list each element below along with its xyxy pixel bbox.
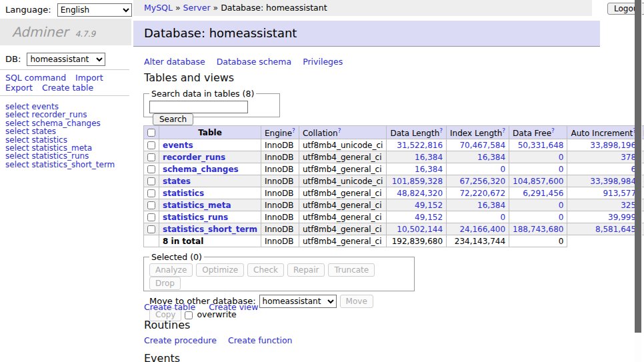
engine-cell: InnoDB <box>261 151 299 163</box>
column-help-link[interactable]: ? <box>551 127 555 134</box>
table-name-link[interactable]: statistics <box>163 189 204 198</box>
move-button[interactable]: Move <box>340 295 373 308</box>
row-checkbox-cell <box>144 163 159 175</box>
selected-actions: AnalyzeOptimizeCheckRepairTruncateDrop <box>149 263 409 290</box>
index-length-cell: 67,256,320 <box>447 175 509 187</box>
table-total-row: 8 in totalInnoDButf8mb4_general_ci192,83… <box>144 235 644 247</box>
scrollbar-thumb[interactable] <box>635 0 641 333</box>
total-engine-cell: InnoDB <box>261 235 299 247</box>
table-row: statesInnoDButf8mb4_unicode_ci101,859,32… <box>144 175 644 187</box>
row-checkbox-cell <box>144 139 159 151</box>
table-name-link[interactable]: events <box>163 141 193 150</box>
sidebar-table-link[interactable]: select statistics_runs <box>5 152 115 160</box>
language-select[interactable]: English <box>57 3 132 17</box>
page-title: Database: homeassistant <box>133 21 600 47</box>
table-row: recorder_runsInnoDButf8mb4_general_ci16,… <box>144 151 644 163</box>
breadcrumb-server-link[interactable]: Server <box>183 3 211 13</box>
table-name-cell: recorder_runs <box>159 151 261 163</box>
search-button[interactable]: Search <box>153 113 193 125</box>
engine-cell: InnoDB <box>261 175 299 187</box>
table-name-cell: statistics_meta <box>159 199 261 211</box>
collation-cell: utf8mb4_general_ci <box>299 223 387 235</box>
table-row: statisticsInnoDButf8mb4_general_ci48,824… <box>144 187 644 199</box>
routines-heading: Routines <box>144 319 190 331</box>
repair-button[interactable]: Repair <box>287 263 325 277</box>
sidebar-table-link[interactable]: select states <box>5 127 115 135</box>
breadcrumb-separator: » <box>213 3 219 13</box>
table-name-link[interactable]: recorder_runs <box>163 153 225 162</box>
sidebar-table-link[interactable]: select recorder_runs <box>5 111 115 119</box>
column-header-engine: Engine? <box>261 126 299 139</box>
column-header-data-free: Data Free? <box>509 126 567 139</box>
create-function-link[interactable]: Create function <box>228 335 293 345</box>
auto-increment-cell: 378 <box>567 151 640 163</box>
table-name-link[interactable]: statistics_short_term <box>163 225 257 234</box>
db-select[interactable]: homeassistant <box>27 53 105 66</box>
privileges-link[interactable]: Privileges <box>303 57 343 67</box>
column-header-label: Auto Increment <box>571 129 633 138</box>
data-free-cell: 188,743,680 <box>509 223 567 235</box>
analyze-button[interactable]: Analyze <box>149 263 193 277</box>
breadcrumb-mysql-link[interactable]: MySQL <box>144 3 173 13</box>
optimize-button[interactable]: Optimize <box>196 263 244 277</box>
row-checkbox[interactable] <box>147 189 155 197</box>
table-name-link[interactable]: states <box>163 177 191 186</box>
sidebar-table-link[interactable]: select statistics_short_term <box>5 161 115 169</box>
select-all-checkbox[interactable] <box>147 129 155 137</box>
table-name-link[interactable]: schema_changes <box>163 165 239 174</box>
create-procedure-link[interactable]: Create procedure <box>144 335 217 345</box>
sidebar: Language: English Adminer 4.7.9 DB: home… <box>0 0 133 362</box>
export-link[interactable]: Export <box>5 83 33 93</box>
check-button[interactable]: Check <box>247 263 284 277</box>
create-table-link[interactable]: Create table <box>42 83 93 93</box>
create-view-link[interactable]: Create view <box>209 302 258 312</box>
search-fieldset: Search data in tables (8) Search <box>143 89 280 117</box>
row-checkbox[interactable] <box>147 141 155 149</box>
data-length-cell: 48,824,320 <box>387 187 447 199</box>
alter-database-link[interactable]: Alter database <box>144 57 205 67</box>
sql-command-link[interactable]: SQL command <box>5 73 66 83</box>
database-schema-link[interactable]: Database schema <box>217 57 291 67</box>
sidebar-divider <box>0 95 129 96</box>
row-checkbox[interactable] <box>147 225 155 233</box>
truncate-button[interactable]: Truncate <box>328 263 375 277</box>
row-checkbox[interactable] <box>147 153 155 161</box>
column-help-link[interactable]: ? <box>338 127 341 134</box>
column-help-link[interactable]: ? <box>439 127 443 134</box>
auto-increment-cell: 33,398,984 <box>567 175 640 187</box>
collation-cell: utf8mb4_general_ci <box>299 163 387 175</box>
drop-button[interactable]: Drop <box>149 277 181 290</box>
row-checkbox-cell <box>144 223 159 235</box>
index-length-cell: 16,384 <box>447 151 509 163</box>
engine-cell: InnoDB <box>261 187 299 199</box>
table-name-link[interactable]: statistics_runs <box>163 213 228 222</box>
table-name-cell: events <box>159 139 261 151</box>
column-help-link[interactable]: ? <box>292 127 295 134</box>
table-row: statistics_metaInnoDButf8mb4_general_ci4… <box>144 199 644 211</box>
data-length-cell: 101,859,328 <box>387 175 447 187</box>
row-checkbox[interactable] <box>147 165 155 173</box>
data-free-cell: 0 <box>509 163 567 175</box>
total-checkbox-cell <box>144 235 159 247</box>
row-checkbox[interactable] <box>147 201 155 209</box>
create-table-link-bottom[interactable]: Create table <box>144 302 195 312</box>
row-checkbox[interactable] <box>147 213 155 221</box>
table-header-row: TableEngine?Collation?Data Length?Index … <box>144 126 644 139</box>
table-row: eventsInnoDButf8mb4_unicode_ci31,522,816… <box>144 139 644 151</box>
table-name-link[interactable]: statistics_meta <box>163 201 231 210</box>
total-data-length-cell: 192,839,680 <box>387 235 447 247</box>
overwrite-checkbox[interactable] <box>185 311 193 319</box>
table-name-cell: statistics <box>159 187 261 199</box>
search-input[interactable] <box>149 101 248 113</box>
sidebar-table-links: select eventsselect recorder_runsselect … <box>5 103 115 169</box>
row-checkbox[interactable] <box>147 177 155 185</box>
engine-cell: InnoDB <box>261 223 299 235</box>
database-nav-links: Alter databaseDatabase schemaPrivileges <box>144 57 354 67</box>
column-help-link[interactable]: ? <box>502 127 505 134</box>
table-header-row: TableEngine?Collation?Data Length?Index … <box>144 126 644 139</box>
collation-cell: utf8mb4_general_ci <box>299 211 387 223</box>
import-link[interactable]: Import <box>75 73 103 83</box>
row-checkbox-cell <box>144 175 159 187</box>
tables-and-views-heading: Tables and views <box>144 71 234 84</box>
data-length-cell: 16,384 <box>387 163 447 175</box>
